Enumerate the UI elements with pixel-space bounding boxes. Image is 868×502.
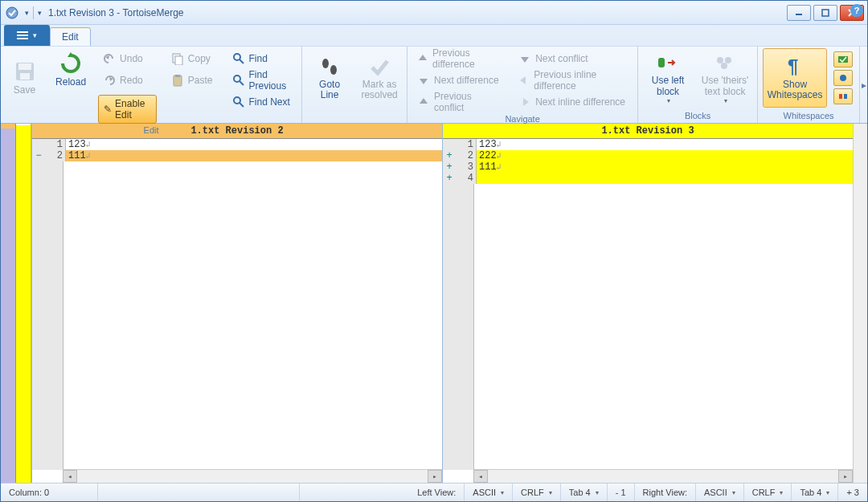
line-number: 3: [456, 161, 477, 173]
svg-rect-23: [658, 58, 665, 67]
status-left-count: - 1: [608, 484, 635, 501]
pilcrow-icon: ¶: [784, 55, 806, 78]
file-menu[interactable]: ▾: [4, 25, 50, 46]
right-pane-body[interactable]: 1123↲+2222↲+3111↲+4 ◂▸: [443, 139, 853, 483]
svg-line-18: [240, 81, 244, 85]
diff-marker: −: [32, 150, 45, 161]
arrow-left-icon: [518, 74, 530, 87]
mark-resolved-button[interactable]: Mark asresolved: [357, 48, 402, 108]
status-bar: Column: 0 Left View: ASCII▾ CRLF▾ Tab 4▾…: [1, 483, 867, 501]
code-line[interactable]: +4: [443, 173, 853, 184]
svg-point-24: [717, 57, 723, 63]
svg-text:¶: ¶: [788, 55, 798, 77]
svg-line-20: [240, 103, 244, 107]
show-whitespaces-button[interactable]: ¶ ShowWhitespaces: [763, 48, 827, 108]
status-left-tab[interactable]: Tab 4▾: [561, 484, 608, 501]
prev-conflict-button[interactable]: Previous conflict: [412, 92, 509, 112]
use-theirs-block-button[interactable]: Use 'theirs'text block▾: [698, 48, 752, 108]
help-button[interactable]: ?: [850, 4, 863, 17]
ribbon: ▾ Edit ? Save Reload: [1, 25, 867, 124]
svg-rect-9: [18, 63, 31, 70]
svg-rect-2: [822, 10, 829, 16]
block-left-icon: [657, 51, 679, 74]
prev-inline-button[interactable]: Previous inline difference: [514, 70, 633, 91]
group-label-edit: Edit: [6, 124, 297, 137]
find-previous-button[interactable]: Find Previous: [227, 70, 297, 91]
code-line[interactable]: +2222↲: [443, 150, 853, 161]
use-left-block-button[interactable]: Use leftblock▾: [643, 48, 693, 108]
diff-marker: +: [443, 150, 456, 161]
vertical-scrollbar[interactable]: [853, 124, 867, 483]
next-diff-button[interactable]: Next difference: [412, 70, 509, 91]
svg-rect-5: [17, 31, 28, 33]
workspace: 1.txt Revision 2 1123↲−2111↲ ◂▸ 1.txt Re…: [1, 124, 867, 483]
svg-point-22: [330, 65, 337, 75]
search-icon: [232, 52, 245, 65]
eol-icon: ↲: [86, 152, 91, 161]
right-hscroll[interactable]: ◂▸: [473, 469, 853, 483]
reload-button[interactable]: Reload: [48, 48, 93, 92]
search-prev-icon: [232, 74, 245, 87]
arrow-right-icon: [518, 96, 531, 108]
status-spacer-1: [98, 484, 300, 501]
menu-icon: [17, 31, 28, 40]
next-conflict-button[interactable]: Next conflict: [514, 48, 633, 69]
svg-point-17: [234, 76, 240, 82]
code-line[interactable]: 1123↲: [443, 139, 853, 150]
check-icon: [368, 55, 391, 78]
save-button[interactable]: Save: [6, 48, 43, 108]
paste-icon: [171, 74, 184, 87]
line-text: 111↲: [477, 161, 853, 173]
code-line[interactable]: 1123↲: [32, 139, 442, 150]
find-next-button[interactable]: Find Next: [227, 92, 297, 112]
arrow-up-icon: [417, 52, 428, 65]
eol-icon: ↲: [497, 141, 502, 149]
right-pane: 1.txt Revision 3 1123↲+2222↲+3111↲+4 ◂▸: [442, 124, 853, 483]
ribbon-scroll-right[interactable]: ▸: [860, 47, 867, 123]
minimize-button[interactable]: [787, 5, 811, 21]
status-right-tab[interactable]: Tab 4▾: [792, 484, 838, 501]
locator-bar-left[interactable]: [1, 124, 16, 483]
svg-line-16: [240, 59, 244, 63]
paste-button[interactable]: Paste: [166, 70, 218, 91]
line-number: 1: [456, 139, 477, 150]
pencil-icon: ✎: [104, 104, 112, 115]
group-label-blocks: Blocks: [643, 109, 752, 123]
prev-diff-button[interactable]: Previous difference: [412, 48, 509, 69]
ws-option-2[interactable]: [833, 70, 853, 86]
block-theirs-icon: [714, 51, 736, 74]
svg-rect-14: [175, 75, 180, 77]
status-left-view: Left View:: [409, 484, 465, 501]
qat-dropdown-icon[interactable]: ▾: [25, 9, 29, 17]
left-hscroll[interactable]: ◂▸: [63, 469, 442, 483]
group-label-navigate: Navigate: [412, 112, 633, 126]
locator-bar-right[interactable]: [16, 124, 31, 483]
arrow-up-icon: [417, 96, 430, 108]
status-left-encoding[interactable]: ASCII▾: [465, 484, 513, 501]
svg-rect-31: [844, 94, 847, 99]
status-left-eol[interactable]: CRLF▾: [513, 484, 561, 501]
undo-button[interactable]: Undo: [98, 48, 157, 69]
ws-option-3[interactable]: [833, 88, 853, 104]
left-pane-body[interactable]: 1123↲−2111↲ ◂▸: [32, 139, 442, 483]
code-line[interactable]: +3111↲: [443, 161, 853, 173]
code-line[interactable]: −2111↲: [32, 150, 442, 161]
ws-option-1[interactable]: [833, 51, 853, 67]
arrow-down-icon: [417, 74, 430, 87]
find-button[interactable]: Find: [227, 48, 297, 69]
status-right-eol[interactable]: CRLF▾: [744, 484, 792, 501]
maximize-button[interactable]: [813, 5, 837, 21]
line-number: 2: [456, 150, 477, 161]
next-inline-button[interactable]: Next inline difference: [514, 92, 633, 112]
status-column: Column: 0: [1, 484, 98, 501]
line-text: 123↲: [66, 139, 442, 150]
status-right-encoding[interactable]: ASCII▾: [696, 484, 744, 501]
copy-button[interactable]: Copy: [166, 48, 218, 69]
tab-edit[interactable]: Edit: [50, 27, 91, 46]
goto-line-button[interactable]: GotoLine: [307, 48, 352, 108]
enable-edit-button[interactable]: ✎Enable Edit: [98, 95, 157, 124]
footsteps-icon: [318, 55, 341, 78]
redo-button[interactable]: Redo: [98, 70, 157, 91]
svg-point-21: [322, 59, 329, 68]
svg-point-29: [840, 75, 846, 81]
